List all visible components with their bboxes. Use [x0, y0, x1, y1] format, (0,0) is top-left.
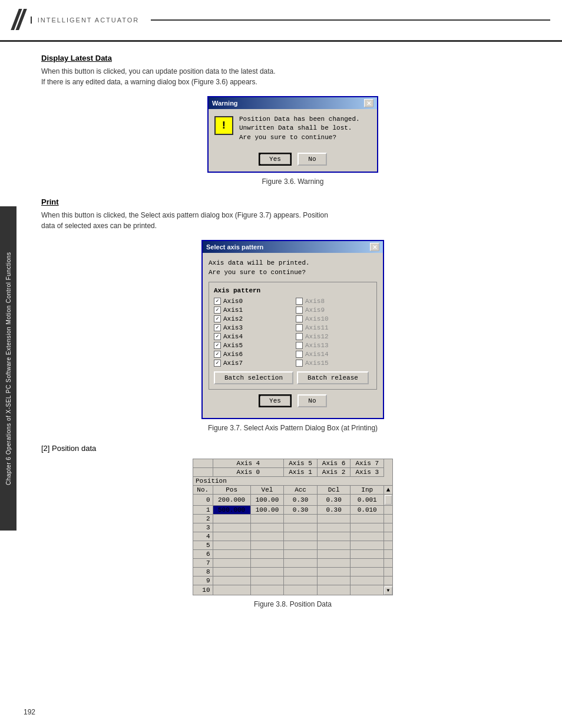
cell-2-no[interactable]: 2: [193, 514, 213, 523]
scrollbar-thumb[interactable]: [385, 495, 392, 505]
axis11-checkbox[interactable]: [296, 324, 303, 331]
cell-0-no[interactable]: 0: [193, 494, 213, 505]
cell-2-inp[interactable]: [351, 514, 384, 523]
cell-7-inp[interactable]: [351, 558, 384, 567]
cell-1-pos[interactable]: 500.000: [213, 505, 250, 514]
cell-4-inp[interactable]: [351, 532, 384, 541]
cell-0-pos[interactable]: 200.000: [213, 494, 250, 505]
cell-8-no[interactable]: 8: [193, 567, 213, 576]
cell-3-inp[interactable]: [351, 523, 384, 532]
cell-10-vel[interactable]: [250, 585, 284, 595]
cell-8-inp[interactable]: [351, 567, 384, 576]
axis2-checkbox[interactable]: [214, 315, 221, 322]
cell-7-dcl[interactable]: [317, 558, 351, 567]
axis-titlebar: Select axis pattern ✕: [203, 241, 383, 253]
cell-5-vel[interactable]: [250, 541, 284, 549]
axis6-checkbox[interactable]: [214, 351, 221, 358]
scrollbar-up-btn[interactable]: ▲: [384, 485, 393, 494]
warning-yes-button[interactable]: Yes: [259, 153, 292, 166]
cell-1-acc[interactable]: 0.30: [284, 505, 318, 514]
cell-4-acc[interactable]: [284, 532, 318, 541]
cell-1-inp[interactable]: 0.010: [351, 505, 384, 514]
axis14-checkbox[interactable]: [296, 351, 303, 358]
cell-10-acc[interactable]: [284, 585, 318, 595]
cell-9-inp[interactable]: [351, 576, 384, 585]
cell-0-acc[interactable]: 0.30: [284, 494, 318, 505]
scrollbar-down-btn[interactable]: ▼: [384, 587, 392, 595]
axis1-checkbox[interactable]: [214, 307, 221, 314]
cell-3-acc[interactable]: [284, 523, 318, 532]
cell-10-no[interactable]: 10: [193, 585, 213, 595]
axis12-checkbox[interactable]: [296, 333, 303, 340]
axis8-checkbox[interactable]: [296, 298, 303, 305]
cell-5-pos[interactable]: [213, 541, 250, 549]
cell-5-acc[interactable]: [284, 541, 318, 549]
cell-8-acc[interactable]: [284, 567, 318, 576]
cell-1-no[interactable]: 1: [193, 505, 213, 514]
table-row: 1500.000100.000.300.300.010: [193, 505, 393, 514]
cell-4-vel[interactable]: [250, 532, 284, 541]
cell-7-no[interactable]: 7: [193, 558, 213, 567]
batch-release-button[interactable]: Batch release: [297, 371, 369, 384]
warning-dialog-container: Warning ✕ ! Position Data has been chang…: [41, 96, 544, 173]
cell-7-pos[interactable]: [213, 558, 250, 567]
cell-3-pos[interactable]: [213, 523, 250, 532]
cell-9-no[interactable]: 9: [193, 576, 213, 585]
cell-6-no[interactable]: 6: [193, 549, 213, 558]
cell-3-vel[interactable]: [250, 523, 284, 532]
cell-9-pos[interactable]: [213, 576, 250, 585]
cell-9-vel[interactable]: [250, 576, 284, 585]
axis15-checkbox[interactable]: [296, 360, 303, 367]
cell-4-no[interactable]: 4: [193, 532, 213, 541]
cell-10-dcl[interactable]: [317, 585, 351, 595]
cell-1-vel[interactable]: 100.00: [250, 505, 284, 514]
batch-selection-button[interactable]: Batch selection: [214, 371, 293, 384]
cell-4-pos[interactable]: [213, 532, 250, 541]
cell-0-inp[interactable]: 0.001: [351, 494, 384, 505]
cell-6-acc[interactable]: [284, 549, 318, 558]
cell-6-vel[interactable]: [250, 549, 284, 558]
cell-4-dcl[interactable]: [317, 532, 351, 541]
axis5-checkbox[interactable]: [214, 342, 221, 349]
cell-6-inp[interactable]: [351, 549, 384, 558]
axis7-checkbox[interactable]: [214, 360, 221, 367]
axis3-checkbox[interactable]: [214, 324, 221, 331]
cell-3-dcl[interactable]: [317, 523, 351, 532]
cell-0-vel[interactable]: 100.00: [250, 494, 284, 505]
cell-2-pos[interactable]: [213, 514, 250, 523]
axis10-checkbox[interactable]: [296, 315, 303, 322]
cell-3-no[interactable]: 3: [193, 523, 213, 532]
print-text: When this button is clicked, the Select …: [41, 210, 544, 231]
warning-msg-line2: Unwritten Data shall be lost.: [239, 124, 360, 133]
cell-8-pos[interactable]: [213, 567, 250, 576]
axis14-label: Axis14: [305, 351, 329, 358]
cell-0-dcl[interactable]: 0.30: [317, 494, 351, 505]
axis0-checkbox[interactable]: [214, 298, 221, 305]
cell-1-dcl[interactable]: 0.30: [317, 505, 351, 514]
cell-8-vel[interactable]: [250, 567, 284, 576]
axis-close-button[interactable]: ✕: [370, 243, 379, 251]
cell-2-acc[interactable]: [284, 514, 318, 523]
warning-no-button[interactable]: No: [297, 153, 327, 166]
cell-7-acc[interactable]: [284, 558, 318, 567]
cell-6-dcl[interactable]: [317, 549, 351, 558]
cell-2-dcl[interactable]: [317, 514, 351, 523]
print-para1: When this button is clicked, the Select …: [41, 211, 328, 219]
cell-2-vel[interactable]: [250, 514, 284, 523]
axis9-checkbox[interactable]: [296, 307, 303, 314]
axis13-checkbox[interactable]: [296, 342, 303, 349]
axis-yes-button[interactable]: Yes: [259, 394, 292, 407]
warning-close-button[interactable]: ✕: [364, 99, 373, 107]
cell-8-dcl[interactable]: [317, 567, 351, 576]
cell-5-dcl[interactable]: [317, 541, 351, 549]
cell-10-pos[interactable]: [213, 585, 250, 595]
axis-no-button[interactable]: No: [297, 394, 327, 407]
cell-6-pos[interactable]: [213, 549, 250, 558]
cell-10-inp[interactable]: [351, 585, 384, 595]
cell-5-inp[interactable]: [351, 541, 384, 549]
cell-7-vel[interactable]: [250, 558, 284, 567]
cell-9-dcl[interactable]: [317, 576, 351, 585]
cell-9-acc[interactable]: [284, 576, 318, 585]
cell-5-no[interactable]: 5: [193, 541, 213, 549]
axis4-checkbox[interactable]: [214, 333, 221, 340]
